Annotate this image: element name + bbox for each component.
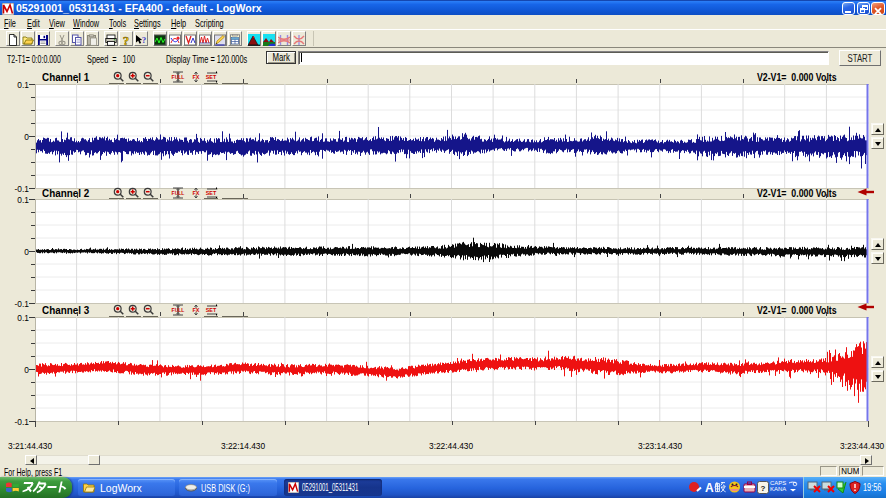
svg-text:?: ? <box>761 484 766 493</box>
svg-text:FX: FX <box>193 74 200 80</box>
svg-text:SET: SET <box>206 307 217 313</box>
svg-text:FX: FX <box>193 307 200 313</box>
svg-text:FULL: FULL <box>172 74 185 80</box>
svg-text:SET: SET <box>206 190 217 196</box>
svg-text:FX: FX <box>193 190 200 196</box>
svg-text:SET: SET <box>206 74 217 80</box>
svg-text:FULL: FULL <box>172 190 185 196</box>
svg-text:FULL: FULL <box>172 307 185 313</box>
svg-text:?: ? <box>123 34 130 46</box>
svg-text:?: ? <box>142 35 147 45</box>
